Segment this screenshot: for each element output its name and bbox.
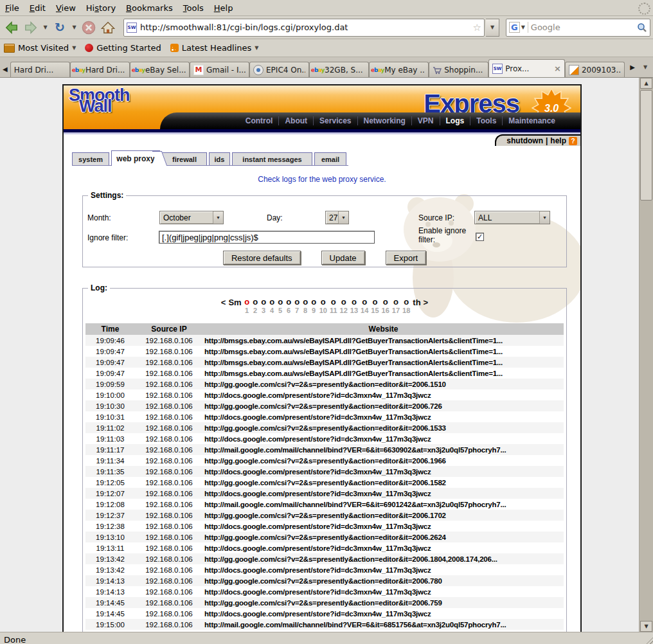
pager-page-9[interactable]: o9 (311, 298, 317, 315)
scroll-down-button[interactable]: ▼ (640, 621, 652, 632)
stop-button[interactable] (80, 19, 98, 37)
log-website-link[interactable]: http://docs.google.com/present/store?id=… (203, 610, 564, 618)
update-button[interactable]: Update (321, 251, 365, 265)
log-website-link[interactable]: http://gg.google.com/csi?v=2&s=presently… (203, 457, 564, 465)
log-website-link[interactable]: http://docs.google.com/present/store?id=… (203, 523, 564, 530)
browser-tab-8[interactable]: SWProx...× (488, 59, 565, 77)
shutdown-link[interactable]: shutdown (506, 136, 543, 145)
browser-tab-9[interactable]: 2009103... (565, 62, 625, 77)
resize-grip[interactable] (641, 635, 653, 644)
browser-tab-5[interactable]: ebay32GB, S... (309, 62, 369, 77)
ignore-filter-input[interactable]: [.](gif|jpeg|jpg|png|css|js)$ (159, 231, 375, 244)
tab-scroll-right-button[interactable]: ▶ (627, 59, 638, 76)
pager-page-8[interactable]: o8 (303, 298, 309, 315)
menu-history[interactable]: History (81, 1, 121, 15)
nav-item-networking[interactable]: Networking (357, 116, 411, 125)
tab-system[interactable]: system (72, 152, 109, 165)
pager-page-13[interactable]: o13 (350, 298, 358, 315)
log-website-link[interactable]: http://mail.google.com/mail/channel/bind… (203, 621, 564, 629)
pager-page-16[interactable]: o16 (382, 298, 389, 315)
pager-next[interactable]: > (424, 298, 429, 307)
log-website-link[interactable]: http://gg.google.com/csi?v=2&s=presently… (203, 555, 564, 563)
browser-tab-3[interactable]: MGmail - I... (190, 62, 249, 77)
pager-page-17[interactable]: o17 (392, 298, 400, 315)
browser-tab-0[interactable]: Hard Dri... (10, 62, 70, 77)
browser-tab-2[interactable]: ebayeBay Sel... (130, 62, 190, 77)
menu-help[interactable]: Help (209, 1, 238, 15)
reload-dropdown[interactable]: ▼ (70, 19, 78, 37)
log-website-link[interactable]: http://bmsgs.ebay.com.au/ws/eBayISAPI.dl… (203, 370, 564, 377)
log-website-link[interactable]: http://docs.google.com/present/store?id=… (203, 391, 564, 399)
scroll-up-button[interactable]: ▲ (640, 78, 652, 89)
log-website-link[interactable]: http://docs.google.com/present/store?id=… (203, 413, 564, 421)
log-website-link[interactable]: http://gg.google.com/csi?v=2&s=presently… (203, 533, 564, 541)
menu-tools[interactable]: Tools (178, 1, 209, 15)
log-website-link[interactable]: http://bmsgs.ebay.com.au/ws/eBayISAPI.dl… (203, 337, 564, 344)
pager-prev[interactable]: < (221, 298, 226, 307)
log-website-link[interactable]: http://gg.google.com/csi?v=2&s=presently… (203, 402, 564, 410)
log-website-link[interactable]: http://gg.google.com/csi?v=2&s=presently… (203, 424, 564, 432)
back-forward-dropdown[interactable]: ▼ (41, 19, 49, 37)
nav-item-about[interactable]: About (278, 116, 313, 125)
pager-page-15[interactable]: o15 (371, 298, 379, 315)
search-engine-selector[interactable]: G ▼ (509, 22, 528, 33)
nav-item-logs[interactable]: Logs (440, 116, 470, 125)
search-input[interactable]: Google (531, 22, 634, 32)
pager-page-18[interactable]: o18 (402, 298, 410, 315)
nav-item-tools[interactable]: Tools (470, 116, 502, 125)
tab-scroll-left-button[interactable]: ◀ (0, 60, 10, 77)
pager-page-14[interactable]: o14 (361, 298, 368, 315)
help-icon[interactable]: ? (569, 137, 577, 145)
day-select[interactable]: 27 ▼ (325, 211, 349, 224)
log-website-link[interactable]: http://docs.google.com/present/store?id=… (203, 435, 564, 443)
log-website-link[interactable]: http://mail.google.com/mail/channel/bind… (203, 446, 564, 454)
log-website-link[interactable]: http://gg.google.com/csi?v=2&s=presently… (203, 512, 564, 519)
home-button[interactable] (99, 19, 117, 37)
menu-view[interactable]: View (51, 1, 81, 15)
pager-page-1[interactable]: o1 (244, 298, 250, 315)
pager-page-11[interactable]: o11 (330, 298, 337, 315)
log-website-link[interactable]: http://docs.google.com/present/store?id=… (203, 588, 564, 596)
pager-page-7[interactable]: o7 (294, 298, 300, 315)
export-button[interactable]: Export (386, 251, 427, 265)
pager-page-12[interactable]: o12 (340, 298, 348, 315)
restore-defaults-button[interactable]: Restore defaults (223, 251, 301, 265)
log-website-link[interactable]: http://gg.google.com/csi?v=2&s=presently… (203, 599, 564, 607)
bookmark-getting-started[interactable]: Getting Started (85, 43, 161, 53)
bookmark-star-icon[interactable]: ☆ (473, 22, 481, 33)
log-website-link[interactable]: http://gg.google.com/csi?v=2&s=presently… (203, 380, 564, 388)
vertical-scrollbar[interactable]: ▲ ▼ (639, 78, 653, 632)
nav-item-vpn[interactable]: VPN (411, 116, 440, 125)
month-select[interactable]: October ▼ (159, 211, 224, 224)
log-website-link[interactable]: http://docs.google.com/present/store?id=… (203, 566, 564, 574)
pager-page-6[interactable]: o6 (286, 298, 292, 315)
browser-tab-1[interactable]: ebayHard Dri... (70, 62, 130, 77)
browser-tab-6[interactable]: ebayMy eBay ... (369, 62, 429, 77)
search-bar[interactable]: G ▼ Google (506, 19, 650, 37)
tab-web-proxy[interactable]: web proxy (111, 150, 160, 166)
pager-page-10[interactable]: o10 (319, 298, 327, 315)
log-website-link[interactable]: http://bmsgs.ebay.com.au/ws/eBayISAPI.dl… (203, 348, 564, 355)
log-website-link[interactable]: http://bmsgs.ebay.com.au/ws/eBayISAPI.dl… (203, 359, 564, 366)
reload-button[interactable]: ↻ (51, 19, 69, 37)
pager-page-3[interactable]: o3 (261, 298, 267, 315)
bookmark-most-visited[interactable]: Most Visited▼ (4, 43, 76, 53)
log-website-link[interactable]: http://docs.google.com/present/store?id=… (203, 468, 564, 476)
log-website-link[interactable]: http://gg.google.com/csi?v=2&s=presently… (203, 577, 564, 585)
pager-page-2[interactable]: o2 (253, 298, 258, 315)
enable-ignore-checkbox[interactable]: ✓ (476, 233, 484, 241)
browser-tab-4[interactable]: EPIC4 On... (249, 62, 309, 77)
pager-page-5[interactable]: o5 (278, 298, 283, 315)
browser-tab-7[interactable]: Shoppin... (429, 62, 488, 77)
forward-button[interactable] (22, 19, 40, 37)
menu-file[interactable]: File (0, 1, 24, 15)
log-website-link[interactable]: http://docs.google.com/present/store?id=… (203, 544, 564, 552)
nav-item-services[interactable]: Services (313, 116, 357, 125)
menu-edit[interactable]: Edit (24, 1, 51, 15)
log-website-link[interactable]: http://docs.google.com/present/store?id=… (203, 490, 564, 497)
address-input[interactable]: http://smoothwall:81/cgi-bin/logs.cgi/pr… (140, 22, 470, 32)
log-website-link[interactable]: http://gg.google.com/csi?v=2&s=presently… (203, 479, 564, 487)
tab-firewall[interactable]: firewall (162, 152, 207, 165)
tab-email[interactable]: email (314, 152, 346, 165)
url-bar[interactable]: SW http://smoothwall:81/cgi-bin/logs.cgi… (123, 19, 485, 37)
